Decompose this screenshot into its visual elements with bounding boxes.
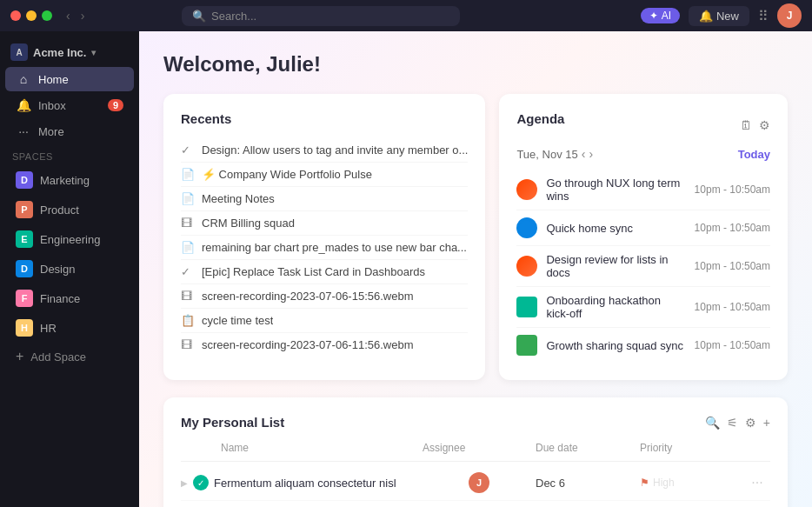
design-label: Design	[40, 263, 75, 276]
grid-icon[interactable]: ⠿	[758, 8, 769, 24]
list-item[interactable]: 📄 remaining bar chart pre_mades to use n…	[181, 236, 468, 260]
list-item[interactable]: 📄 Meeting Notes	[181, 187, 468, 211]
assignee-cell: J	[423, 472, 536, 493]
add-column-icon[interactable]: +	[763, 416, 770, 430]
marketing-space-icon: D	[16, 171, 33, 189]
design-space-icon: D	[16, 260, 33, 277]
calendar-icon[interactable]: 🗓	[740, 118, 752, 132]
sidebar-item-inbox[interactable]: 🔔 Inbox 9	[5, 93, 134, 117]
agenda-logo	[516, 217, 537, 238]
recent-item-text: screen-recording-2023-07-06-15:56.webm	[202, 290, 414, 303]
doc-icon: 📄	[181, 168, 195, 181]
agenda-logo	[516, 335, 537, 356]
bell-icon: 🔔	[699, 10, 713, 23]
titlebar: ‹ › 🔍 Search... ✦ AI 🔔 New ⠿ J	[0, 0, 812, 31]
agenda-event-name: Go through NUX long term wins	[546, 177, 685, 203]
video-icon: 🎞	[181, 217, 195, 230]
back-button[interactable]: ‹	[63, 7, 74, 24]
task-icon: ✓	[181, 143, 195, 157]
sidebar-item-home[interactable]: ⌂ Home	[5, 67, 134, 91]
list-item[interactable]: ✓ [Epic] Replace Task List Card in Dashb…	[181, 260, 468, 284]
priority-badge: ⚑ High	[640, 477, 744, 489]
search-icon: 🔍	[192, 10, 206, 23]
sidebar-item-design[interactable]: D Design	[5, 255, 134, 283]
list-item[interactable]: 🎞 CRM Billing squad	[181, 211, 468, 236]
sidebar-item-engineering[interactable]: E Engineering	[5, 225, 134, 253]
welcome-title: Welcome, Julie!	[163, 52, 788, 77]
prev-date-button[interactable]: ‹	[582, 147, 586, 161]
maximize-dot[interactable]	[42, 10, 52, 21]
sidebar-item-finance[interactable]: F Finance	[5, 284, 134, 312]
list-item[interactable]: 📋 cycle time test	[181, 309, 468, 333]
expand-icon[interactable]: ▶	[181, 478, 188, 488]
agenda-event-name: Onboarding hackathon kick-off	[546, 294, 685, 320]
close-dot[interactable]	[10, 10, 21, 21]
agenda-event-name: Growth sharing squad sync	[546, 339, 685, 352]
video-icon: 🎞	[181, 290, 195, 303]
agenda-item[interactable]: Onboarding hackathon kick-off 10pm - 10:…	[516, 287, 770, 328]
sidebar-item-more[interactable]: ··· More	[5, 119, 134, 143]
agenda-event-name: Design review for lists in docs	[546, 253, 685, 279]
col-due-date: Due date	[536, 442, 640, 454]
agenda-item[interactable]: Quick home sync 10pm - 10:50am	[516, 210, 770, 246]
avatar[interactable]: J	[777, 3, 802, 28]
inbox-badge: 9	[108, 99, 123, 111]
agenda-event-time: 10pm - 10:50am	[695, 183, 770, 196]
search-list-icon[interactable]: 🔍	[705, 416, 720, 430]
agenda-item[interactable]: Go through NUX long term wins 10pm - 10:…	[516, 170, 770, 210]
main-content: Welcome, Julie! Recents ✓ Design: Allow …	[139, 31, 812, 507]
filter-icon[interactable]: ⚟	[727, 416, 738, 430]
nav-arrows: ‹ ›	[63, 7, 88, 24]
new-button[interactable]: 🔔 New	[689, 6, 749, 26]
minimize-dot[interactable]	[26, 10, 37, 21]
task-icon: ✓	[181, 265, 195, 278]
table-row: ▶ Personal Task 2 A Dec 10 ⚑ Low ···	[181, 501, 770, 507]
recent-item-text: remaining bar chart pre_mades to use new…	[202, 241, 467, 254]
table-row: ▶ ✓ Fermentum aliquam consectetur nisl J…	[181, 465, 770, 501]
home-icon: ⌂	[16, 72, 31, 86]
recents-list: ✓ Design: Allow users to tag and invite …	[181, 138, 468, 357]
agenda-logo	[516, 297, 537, 317]
titlebar-right: ✦ AI 🔔 New ⠿ J	[641, 3, 802, 28]
agenda-date-row: Tue, Nov 15 ‹ › Today	[516, 147, 770, 161]
search-placeholder: Search...	[211, 10, 256, 23]
more-icon: ···	[16, 124, 31, 138]
more-options-button[interactable]: ···	[744, 475, 770, 490]
gear-icon[interactable]: ⚙	[759, 118, 770, 132]
engineering-label: Engineering	[40, 233, 100, 246]
sidebar-item-marketing[interactable]: D Marketing	[5, 166, 134, 194]
sidebar-item-hr[interactable]: H HR	[5, 314, 134, 342]
agenda-date-nav: Tue, Nov 15 ‹ ›	[516, 147, 593, 161]
list-item[interactable]: 📄 ⚡ Company Wide Portfolio Pulse	[181, 163, 468, 187]
agenda-list: Go through NUX long term wins 10pm - 10:…	[516, 170, 770, 363]
list-item[interactable]: 🎞 screen-recording-2023-07-06-15:56.webm	[181, 284, 468, 309]
personal-list-title: My Personal List	[181, 415, 284, 430]
agenda-logo	[516, 256, 537, 277]
assignee-avatar: J	[469, 472, 489, 493]
checkmark-icon: ✓	[197, 478, 204, 488]
list-item[interactable]: 🎞 screen-recording-2023-07-06-11:56.webm	[181, 333, 468, 357]
today-label: Today	[738, 148, 770, 161]
forward-button[interactable]: ›	[77, 7, 89, 24]
agenda-item[interactable]: Growth sharing squad sync 10pm - 10:50am	[516, 328, 770, 363]
due-date: Dec 6	[536, 477, 640, 490]
workspace-switcher[interactable]: A Acme Inc. ▾	[0, 38, 139, 66]
settings-icon[interactable]: ⚙	[745, 416, 756, 430]
agenda-item[interactable]: Design review for lists in docs 10pm - 1…	[516, 246, 770, 287]
sidebar-item-product[interactable]: P Product	[5, 196, 134, 223]
recent-item-text: CRM Billing squad	[202, 217, 295, 230]
engineering-space-icon: E	[16, 230, 33, 248]
search-bar[interactable]: 🔍 Search...	[182, 6, 460, 26]
ai-icon: ✦	[649, 10, 658, 22]
recent-item-text: ⚡ Company Wide Portfolio Pulse	[202, 168, 372, 181]
hr-space-icon: H	[16, 319, 33, 337]
list-item[interactable]: ✓ Design: Allow users to tag and invite …	[181, 138, 468, 163]
col-actions	[744, 442, 770, 454]
next-date-button[interactable]: ›	[589, 147, 593, 161]
agenda-event-time: 10pm - 10:50am	[695, 222, 770, 234]
add-space-button[interactable]: + Add Space	[5, 344, 134, 370]
status-done-icon[interactable]: ✓	[193, 475, 209, 490]
recents-title: Recents	[181, 111, 468, 126]
ai-badge[interactable]: ✦ AI	[641, 8, 680, 23]
list-actions: 🔍 ⚟ ⚙ +	[705, 416, 770, 430]
